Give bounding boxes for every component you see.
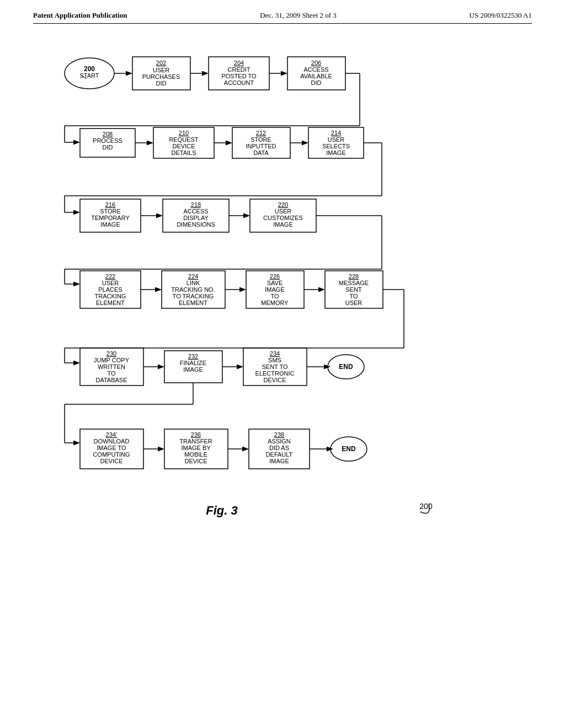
svg-text:DATA: DATA [253, 149, 269, 156]
svg-text:IMAGE BY: IMAGE BY [181, 445, 211, 451]
svg-text:PURCHASES: PURCHASES [142, 73, 180, 80]
svg-text:DID: DID [311, 79, 322, 86]
svg-text:DOWNLOAD: DOWNLOAD [94, 438, 130, 445]
svg-text:226: 226 [270, 273, 280, 280]
svg-text:LINK: LINK [186, 280, 200, 286]
svg-text:ACCESS: ACCESS [183, 208, 208, 215]
svg-text:216: 216 [105, 201, 115, 208]
svg-text:214: 214 [331, 130, 341, 136]
svg-text:200: 200 [84, 65, 95, 73]
svg-text:238: 238 [274, 431, 284, 438]
header-publication: Patent Application Publication [33, 11, 127, 20]
svg-text:DATABASE: DATABASE [95, 377, 127, 383]
svg-text:FINALIZE: FINALIZE [180, 360, 206, 366]
svg-text:COMPUTING: COMPUTING [93, 451, 130, 458]
svg-text:DID: DID [103, 144, 113, 151]
svg-text:234: 234 [270, 350, 280, 357]
svg-text:USER: USER [275, 208, 292, 215]
header-patent-number: US 2009/0322530 A1 [470, 11, 532, 20]
svg-text:IMAGE: IMAGE [100, 221, 120, 228]
svg-text:232: 232 [188, 353, 198, 360]
svg-text:AVAILABLE: AVAILABLE [300, 73, 332, 79]
svg-text:ACCOUNT: ACCOUNT [224, 79, 254, 86]
svg-text:208: 208 [103, 131, 113, 137]
svg-text:SENT TO: SENT TO [262, 363, 288, 370]
svg-text:USER: USER [102, 280, 119, 286]
svg-text:MOBILE: MOBILE [184, 451, 207, 458]
svg-text:IMAGE: IMAGE [326, 149, 345, 156]
svg-text:234': 234' [106, 431, 117, 438]
svg-text:START: START [79, 72, 99, 79]
svg-text:SENT: SENT [345, 286, 362, 293]
svg-text:USER: USER [328, 136, 345, 143]
svg-text:STORE: STORE [250, 136, 271, 143]
svg-text:END: END [339, 363, 353, 371]
svg-text:ASSIGN: ASSIGN [268, 438, 291, 445]
header-date-sheet: Dec. 31, 2009 Sheet 2 of 3 [260, 11, 337, 20]
svg-text:DID AS: DID AS [269, 445, 289, 451]
svg-text:MESSAGE: MESSAGE [339, 280, 369, 286]
svg-text:DISPLAY: DISPLAY [183, 215, 209, 221]
svg-text:IMAGE: IMAGE [183, 366, 202, 373]
svg-text:DETAILS: DETAILS [171, 149, 196, 156]
page-header: Patent Application Publication Dec. 31, … [33, 11, 532, 24]
svg-text:USER: USER [345, 299, 363, 306]
svg-text:CREDIT: CREDIT [228, 66, 250, 73]
svg-text:218: 218 [191, 201, 201, 208]
flowchart-diagram: 200 START 202 USER PURCHASES DID 204 CRE… [45, 40, 520, 663]
svg-text:DEVICE: DEVICE [264, 377, 286, 383]
svg-text:END: END [342, 445, 356, 453]
svg-text:PLACES: PLACES [98, 286, 122, 293]
svg-text:TRANSFER: TRANSFER [179, 438, 212, 445]
svg-text:TRACKING NO.: TRACKING NO. [171, 286, 215, 293]
svg-text:204: 204 [234, 60, 244, 66]
svg-text:DID: DID [156, 80, 167, 87]
svg-text:IMAGE: IMAGE [269, 458, 289, 464]
svg-text:MEMORY: MEMORY [261, 299, 289, 306]
svg-text:SELECTS: SELECTS [322, 143, 350, 149]
svg-text:220: 220 [278, 201, 288, 208]
svg-text:DEVICE: DEVICE [173, 143, 195, 149]
svg-text:230: 230 [106, 350, 116, 357]
svg-text:236: 236 [191, 431, 201, 438]
svg-text:IMAGE TO: IMAGE TO [97, 445, 126, 451]
svg-text:CUSTOMIZES: CUSTOMIZES [263, 215, 303, 221]
svg-text:TO: TO [270, 293, 279, 299]
svg-text:ELECTRONIC: ELECTRONIC [255, 370, 295, 377]
svg-text:PROCESS: PROCESS [93, 137, 122, 144]
svg-text:IMAGE: IMAGE [265, 286, 284, 293]
svg-text:DIMENSIONS: DIMENSIONS [177, 221, 215, 228]
svg-text:TO: TO [107, 370, 116, 377]
svg-text:210: 210 [179, 130, 189, 136]
svg-text:USER: USER [153, 67, 170, 73]
svg-text:STORE: STORE [100, 208, 121, 215]
svg-text:DEVICE: DEVICE [100, 458, 123, 464]
svg-text:DEVICE: DEVICE [185, 458, 207, 464]
svg-text:POSTED TO: POSTED TO [221, 73, 257, 79]
svg-text:228: 228 [349, 273, 359, 280]
svg-text:REQUEST: REQUEST [169, 136, 198, 143]
svg-text:212: 212 [256, 130, 266, 136]
svg-text:IMAGE: IMAGE [273, 221, 292, 228]
svg-text:ELEMENT: ELEMENT [96, 299, 125, 306]
svg-text:ELEMENT: ELEMENT [179, 299, 207, 306]
svg-text:200: 200 [419, 502, 433, 511]
svg-text:202: 202 [156, 60, 166, 66]
page: Patent Application Publication Dec. 31, … [0, 0, 565, 728]
svg-text:224: 224 [188, 273, 198, 280]
svg-text:Fig. 3: Fig. 3 [206, 504, 237, 517]
svg-text:ACCESS: ACCESS [303, 66, 328, 73]
svg-text:WRITTEN: WRITTEN [98, 363, 125, 370]
svg-text:JUMP COPY: JUMP COPY [94, 357, 130, 363]
svg-text:TO: TO [349, 293, 358, 299]
svg-text:DEFAULT: DEFAULT [266, 451, 293, 458]
svg-text:TEMPORARY: TEMPORARY [91, 215, 130, 221]
svg-text:TO TRACKING: TO TRACKING [173, 293, 214, 299]
svg-text:TRACKING: TRACKING [95, 293, 126, 299]
svg-text:206: 206 [311, 60, 321, 66]
svg-text:INPUTTED: INPUTTED [246, 143, 276, 149]
svg-text:SAVE: SAVE [267, 280, 283, 286]
svg-text:SMS: SMS [268, 357, 281, 363]
svg-text:222: 222 [105, 273, 115, 280]
